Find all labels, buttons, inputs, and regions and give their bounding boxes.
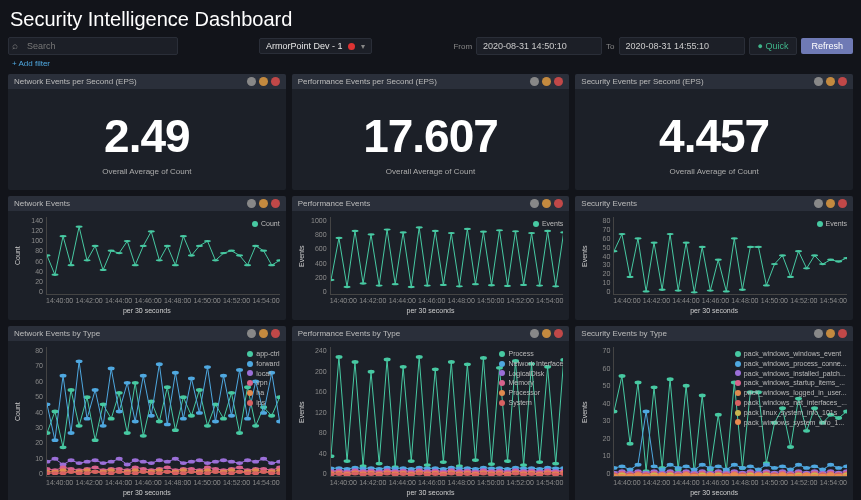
panel-net-type: Network Events by Type Count 80706050403… bbox=[8, 326, 286, 500]
panel-action-icon[interactable] bbox=[826, 77, 835, 86]
svg-point-488 bbox=[675, 466, 682, 470]
svg-point-493 bbox=[715, 464, 722, 468]
svg-point-94 bbox=[76, 424, 83, 428]
svg-point-12 bbox=[140, 245, 147, 247]
svg-point-501 bbox=[779, 464, 786, 468]
add-filter-link[interactable]: + Add filter bbox=[0, 57, 861, 70]
panel-action-icon[interactable] bbox=[530, 77, 539, 86]
svg-point-31 bbox=[335, 237, 342, 239]
svg-point-30 bbox=[331, 279, 334, 281]
svg-point-169 bbox=[196, 458, 203, 462]
panel-action-icon[interactable] bbox=[838, 199, 847, 208]
panel-title: Security Events per Second (EPS) bbox=[581, 77, 814, 86]
svg-point-71 bbox=[699, 246, 706, 248]
svg-point-104 bbox=[156, 420, 163, 424]
panel-action-icon[interactable] bbox=[247, 329, 256, 338]
legend-item: Network Interface bbox=[508, 359, 563, 369]
svg-point-480 bbox=[614, 466, 617, 470]
panel-action-icon[interactable] bbox=[814, 77, 823, 86]
legend-item: Memory bbox=[508, 378, 533, 388]
svg-point-272 bbox=[343, 459, 350, 463]
svg-point-116 bbox=[252, 424, 259, 428]
panel-action-icon[interactable] bbox=[838, 77, 847, 86]
panel-action-icon[interactable] bbox=[542, 199, 551, 208]
panel-action-icon[interactable] bbox=[814, 329, 823, 338]
svg-point-7 bbox=[100, 269, 107, 271]
svg-point-74 bbox=[723, 290, 730, 292]
svg-point-106 bbox=[172, 428, 179, 432]
svg-point-93 bbox=[68, 388, 75, 392]
svg-point-287 bbox=[464, 362, 471, 366]
y-axis-label: Events bbox=[298, 217, 308, 295]
panel-action-icon[interactable] bbox=[554, 77, 563, 86]
panel-action-icon[interactable] bbox=[826, 199, 835, 208]
panel-action-icon[interactable] bbox=[554, 199, 563, 208]
svg-point-269 bbox=[276, 471, 279, 475]
panel-action-icon[interactable] bbox=[542, 329, 551, 338]
panel-action-icon[interactable] bbox=[542, 77, 551, 86]
panel-action-icon[interactable] bbox=[247, 77, 256, 86]
svg-point-275 bbox=[367, 370, 374, 374]
svg-point-256 bbox=[172, 471, 179, 475]
svg-point-110 bbox=[204, 424, 211, 428]
from-input[interactable] bbox=[476, 37, 602, 55]
svg-point-76 bbox=[739, 289, 746, 291]
panel-action-icon[interactable] bbox=[247, 199, 256, 208]
chart-sec: Events 80706050403020100 Events bbox=[581, 217, 847, 295]
legend-item: pack_windows_process_conne... bbox=[744, 359, 847, 369]
to-input[interactable] bbox=[619, 37, 745, 55]
svg-point-421 bbox=[335, 472, 342, 476]
svg-point-499 bbox=[763, 463, 770, 467]
svg-point-166 bbox=[172, 457, 179, 461]
panel-action-icon[interactable] bbox=[814, 199, 823, 208]
svg-point-57 bbox=[544, 230, 551, 232]
svg-point-261 bbox=[212, 470, 219, 474]
svg-point-54 bbox=[520, 284, 527, 286]
svg-point-244 bbox=[76, 471, 83, 475]
svg-point-58 bbox=[552, 285, 559, 287]
svg-point-27 bbox=[260, 250, 267, 252]
search-input[interactable] bbox=[8, 37, 178, 55]
refresh-button[interactable]: Refresh bbox=[801, 38, 853, 54]
panel-action-icon[interactable] bbox=[271, 199, 280, 208]
svg-point-176 bbox=[252, 460, 259, 464]
panel-action-icon[interactable] bbox=[259, 329, 268, 338]
svg-point-28 bbox=[268, 264, 275, 266]
svg-point-3 bbox=[68, 264, 75, 266]
svg-point-492 bbox=[707, 466, 714, 470]
legend-item: Events bbox=[542, 219, 563, 229]
svg-point-270 bbox=[331, 454, 334, 458]
svg-point-37 bbox=[383, 228, 390, 230]
svg-point-21 bbox=[212, 259, 219, 261]
y-axis-label: Count bbox=[14, 347, 24, 477]
svg-point-290 bbox=[488, 462, 495, 466]
quick-button[interactable]: ● Quick bbox=[749, 37, 798, 55]
panel-action-icon[interactable] bbox=[554, 329, 563, 338]
svg-point-138 bbox=[188, 377, 195, 381]
svg-point-264 bbox=[236, 470, 243, 474]
panel-action-icon[interactable] bbox=[530, 329, 539, 338]
panel-action-icon[interactable] bbox=[530, 199, 539, 208]
svg-point-77 bbox=[747, 246, 754, 248]
svg-point-186 bbox=[92, 465, 99, 469]
panel-action-icon[interactable] bbox=[826, 329, 835, 338]
svg-point-437 bbox=[464, 472, 471, 476]
svg-point-288 bbox=[472, 458, 479, 462]
svg-point-273 bbox=[351, 360, 358, 364]
panel-action-icon[interactable] bbox=[271, 77, 280, 86]
svg-point-280 bbox=[407, 459, 414, 463]
metric-sub: Overall Average of Count bbox=[575, 167, 853, 190]
legend-item: pack_windows_net_interfaces_... bbox=[744, 398, 847, 408]
panel-action-icon[interactable] bbox=[259, 77, 268, 86]
panel-action-icon[interactable] bbox=[838, 329, 847, 338]
svg-point-83 bbox=[795, 250, 802, 252]
x-axis: 14:40:0014:42:0014:44:0014:46:0014:48:00… bbox=[14, 295, 280, 304]
svg-point-271 bbox=[335, 355, 342, 359]
panel-action-icon[interactable] bbox=[271, 329, 280, 338]
svg-point-108 bbox=[188, 414, 195, 418]
svg-point-163 bbox=[148, 461, 155, 465]
panel-action-icon[interactable] bbox=[259, 199, 268, 208]
svg-point-107 bbox=[180, 395, 187, 399]
source-selector[interactable]: ArmorPoint Dev - 1 ▾ bbox=[259, 38, 373, 54]
svg-point-281 bbox=[415, 355, 422, 359]
